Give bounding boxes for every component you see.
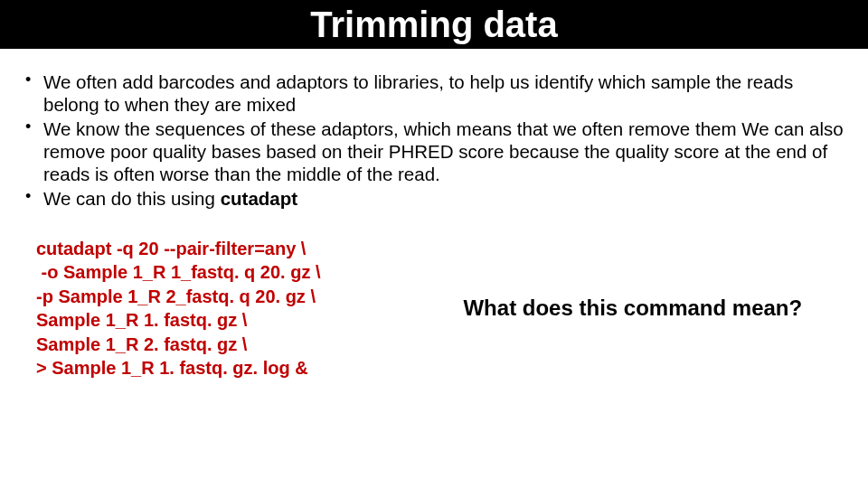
code-line: -p Sample 1_R 2_fastq. q 20. gz \ [36, 285, 418, 308]
slide: Trimming data We often add barcodes and … [0, 0, 868, 488]
bullet-item: We know the sequences of these adaptors,… [24, 117, 848, 185]
bullet-list: We often add barcodes and adaptors to li… [24, 70, 848, 210]
slide-body: We often add barcodes and adaptors to li… [0, 49, 868, 380]
question-text: What does this command mean? [463, 296, 802, 321]
bullet-text: We often add barcodes and adaptors to li… [43, 71, 793, 115]
code-line: cutadapt -q 20 --pair-filter=any \ [36, 237, 418, 260]
bullet-bold: cutadapt [221, 188, 297, 209]
command-block: cutadapt -q 20 --pair-filter=any \ -o Sa… [20, 237, 418, 380]
code-line: > Sample 1_R 1. fastq. gz. log & [36, 356, 418, 380]
bullet-item: We often add barcodes and adaptors to li… [24, 70, 848, 116]
code-line: -o Sample 1_R 1_fastq. q 20. gz \ [36, 260, 418, 284]
question-block: What does this command mean? [418, 237, 848, 380]
slide-title: Trimming data [310, 5, 557, 45]
code-line: Sample 1_R 2. fastq. gz \ [36, 333, 418, 356]
title-bar: Trimming data [0, 0, 868, 49]
bullet-text: We know the sequences of these adaptors,… [43, 118, 844, 184]
code-line: Sample 1_R 1. fastq. gz \ [36, 308, 418, 332]
lower-row: cutadapt -q 20 --pair-filter=any \ -o Sa… [20, 237, 848, 380]
bullet-item: We can do this using cutadapt [24, 187, 848, 210]
bullet-text: We can do this using [43, 188, 221, 209]
